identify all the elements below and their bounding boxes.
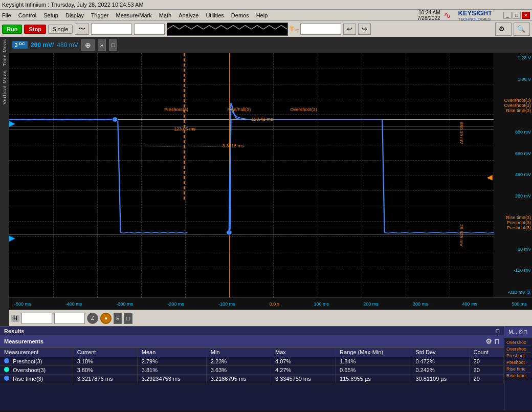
markers-header: M... ⚙ ⊓ (504, 326, 532, 338)
list-item[interactable]: Rise time (505, 366, 531, 373)
col-max: Max (271, 348, 335, 357)
close-button[interactable]: ✕ (522, 12, 530, 19)
run-button[interactable]: Run (2, 25, 22, 34)
svg-line-0 (118, 119, 120, 232)
y-axis-6: 280 mV (495, 193, 531, 199)
preshoot-label: Preshoot(3) (164, 107, 188, 112)
meas-stddev: 0.472% (411, 357, 469, 366)
markers-header-label: M... (508, 329, 517, 335)
clock-date: 7/28/2022 (417, 15, 440, 21)
right-ann-2: Overshoot(3) (504, 103, 531, 108)
svg-point-4 (227, 230, 232, 235)
menu-math[interactable]: Math (159, 12, 171, 18)
list-item[interactable]: Rise time (505, 373, 531, 379)
menu-trigger[interactable]: Trigger (91, 12, 108, 18)
menu-measure[interactable]: Measure/Mark (116, 12, 151, 18)
time-meas-label: Time Meas (2, 37, 7, 68)
ch-display-button[interactable]: □ (109, 39, 118, 51)
memory-value: 10.0 Mpts (137, 26, 161, 32)
meas-dot (4, 358, 9, 363)
list-item[interactable]: Preshoot (505, 359, 531, 366)
markers-panel: M... ⚙ ⊓ OvershooOvershooPreshootPreshoo… (504, 326, 532, 410)
time-meas-3: 3.3618 ms (223, 143, 244, 148)
col-measurement: Measurement (0, 348, 73, 357)
stop-button[interactable]: Stop (24, 25, 46, 34)
col-stddev: Std Dev (411, 348, 469, 357)
menu-bar: File Control Setup Display Trigger Measu… (0, 9, 532, 20)
table-row: Rise time(3) 3.3217876 ms 3.29234753 ms … (0, 375, 504, 383)
menu-analyze[interactable]: Analyze (179, 12, 198, 18)
overshoot-label: Overshoot(3) (290, 107, 317, 112)
meas-current: 3.80% (73, 366, 137, 375)
h-scale-display: 100 ms/ (21, 313, 52, 324)
markers-gear-icon[interactable]: ⚙ (518, 329, 523, 335)
meas-dot (4, 367, 9, 372)
h-position-value: 0.0 s (57, 315, 69, 321)
right-ann-5: Preshoot(3) (507, 220, 531, 225)
results-pin-button[interactable]: ⊓ (495, 328, 500, 335)
menu-demos[interactable]: Demos (231, 12, 249, 18)
zoom-circle-button[interactable]: Z (87, 313, 98, 324)
ch-add-button[interactable]: ⊕ (81, 39, 95, 51)
results-label: Results (4, 328, 25, 334)
menu-setup[interactable]: Setup (43, 12, 58, 18)
meas-count: 20 (469, 357, 503, 366)
menu-utilities[interactable]: Utilities (206, 12, 224, 18)
menu-help[interactable]: Help (256, 12, 268, 18)
ch-pos-indicator-2: ▶ (9, 234, 15, 242)
h-knob-button[interactable]: ● (100, 313, 112, 324)
toolbar: Run Stop Single 〜 10.0 MSa/s 10.0 Mpts T… (0, 20, 532, 37)
meas-gear-icon[interactable]: ⚙ ⊓ (485, 337, 500, 345)
logo-name: KEYSIGHT (458, 9, 492, 17)
menu-file[interactable]: File (2, 12, 11, 18)
undo-button[interactable]: ↩ (343, 24, 356, 35)
keysight-logo: ∿ KEYSIGHT TECHNOLOGIES (444, 9, 499, 21)
t-tick-2: -300 ms (116, 301, 133, 307)
meas-range: 0.65% (336, 366, 411, 375)
meas-mean: 2.79% (137, 357, 206, 366)
memory-display: 10.0 Mpts (134, 24, 165, 35)
minimize-button[interactable]: _ (503, 12, 512, 19)
single-button[interactable]: Single (48, 25, 73, 34)
meas-min: 3.2186795 ms (206, 375, 271, 383)
settings-button[interactable]: ⚙ (495, 23, 512, 36)
right-ann-6: Preshoot(3) (507, 225, 531, 230)
list-item[interactable]: Preshoot (505, 353, 531, 359)
menu-control[interactable]: Control (18, 12, 36, 18)
h-position-display: 0.0 s (54, 313, 85, 324)
meas-max: 3.3345750 ms (271, 375, 335, 383)
results-panel: Results ⊓ (0, 326, 504, 335)
meas-dot (4, 376, 9, 381)
list-item[interactable]: Overshoo (505, 346, 531, 353)
markers-pin-button[interactable]: ⊓ (523, 329, 528, 335)
h-scale-value: 100 ms/ (24, 315, 44, 321)
scope-display[interactable]: Preshoot(3) Rise/Fall(3) Overshoot(3) 12… (9, 53, 494, 297)
waveform-preview (167, 23, 288, 36)
restore-button[interactable]: □ (513, 12, 521, 19)
y-axis-3: 880 mV (495, 129, 531, 135)
trigger-level-value: 644 mV (303, 26, 322, 32)
meas-name: Preshoot(3) (13, 358, 42, 364)
list-item[interactable]: Overshoo (505, 339, 531, 346)
t-tick-0: -500 ms (14, 301, 31, 307)
h-expand-button[interactable]: » (114, 313, 122, 324)
col-mean: Mean (137, 348, 206, 357)
meas-header-label: Measurements (4, 338, 43, 344)
horizontal-controls: H 100 ms/ 0.0 s Z ● » □ (9, 310, 532, 326)
voltage-meas-label: 650.19 mV (459, 122, 464, 144)
meas-name-cell: Rise time(3) (0, 375, 73, 383)
waveform-icon[interactable]: 〜 (75, 24, 89, 35)
meas-count: 20 (469, 366, 503, 375)
col-range: Range (Max-Min) (336, 348, 411, 357)
redo-button[interactable]: ↪ (358, 24, 371, 35)
sample-rate-display: 10.0 MSa/s (91, 24, 132, 35)
left-sidebar: Time Meas Vertical Meas (0, 37, 9, 326)
time-display: 10:24 AM 7/28/2022 (417, 10, 440, 21)
menu-display[interactable]: Display (65, 12, 84, 18)
y-axis-2: 1.08 V (495, 77, 531, 82)
zoom-button[interactable]: 🔍 (514, 23, 530, 36)
ch-expand-button[interactable]: » (98, 39, 106, 51)
h-label: H (11, 315, 19, 322)
h-display-button[interactable]: □ (124, 313, 132, 324)
voltage-meas-label-2: 25.625 mV (459, 224, 464, 247)
